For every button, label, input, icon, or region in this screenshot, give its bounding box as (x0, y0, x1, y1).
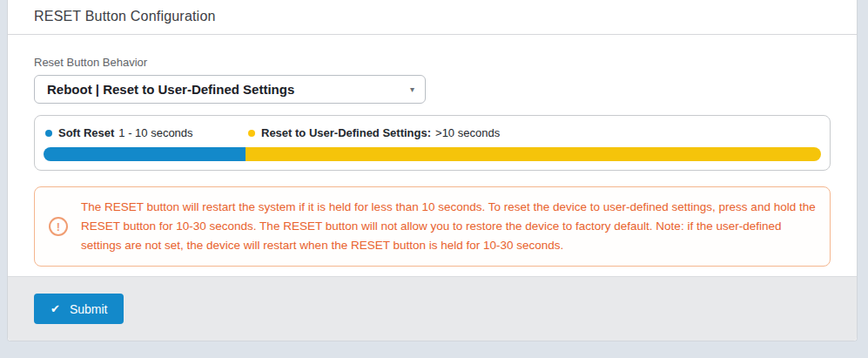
soft-reset-dot-icon (45, 130, 52, 137)
legend-detail: >10 seconds (435, 126, 500, 139)
card-body: Reset Button Behavior Reboot | Reset to … (8, 56, 857, 267)
legend-label: Soft Reset (58, 126, 114, 139)
reset-duration-bar (44, 147, 821, 161)
card-footer: ✔ Submit (8, 276, 857, 341)
chevron-down-icon: ▾ (410, 84, 414, 94)
reset-behavior-label: Reset Button Behavior (34, 56, 831, 69)
reset-behavior-selected-value: Reboot | Reset to User-Defined Settings (47, 82, 294, 97)
legend-item-user-defined: Reset to User-Defined Settings: >10 seco… (248, 126, 500, 139)
warning-note-box: ! The RESET button will restart the syst… (34, 186, 831, 267)
submit-button[interactable]: ✔ Submit (34, 294, 124, 324)
reset-config-card: RESET Button Configuration Reset Button … (7, 0, 858, 341)
reset-behavior-select[interactable]: Reboot | Reset to User-Defined Settings … (34, 75, 426, 104)
warning-note-text: The RESET button will restart the system… (81, 198, 816, 255)
submit-button-label: Submit (70, 302, 108, 316)
legend-label: Reset to User-Defined Settings: (261, 126, 431, 139)
exclamation-circle-icon: ! (49, 217, 68, 236)
card-header: RESET Button Configuration (8, 0, 857, 35)
legend-item-soft-reset: Soft Reset 1 - 10 seconds (45, 126, 248, 139)
legend-detail: 1 - 10 seconds (118, 126, 192, 139)
legend-row: Soft Reset 1 - 10 seconds Reset to User-… (44, 125, 821, 147)
duration-bar-user-defined-segment (246, 147, 821, 161)
checkmark-icon: ✔ (50, 303, 60, 314)
duration-bar-soft-reset-segment (44, 147, 246, 161)
reset-duration-legend-box: Soft Reset 1 - 10 seconds Reset to User-… (34, 115, 831, 171)
user-defined-dot-icon (248, 130, 255, 137)
page-title: RESET Button Configuration (34, 9, 831, 24)
